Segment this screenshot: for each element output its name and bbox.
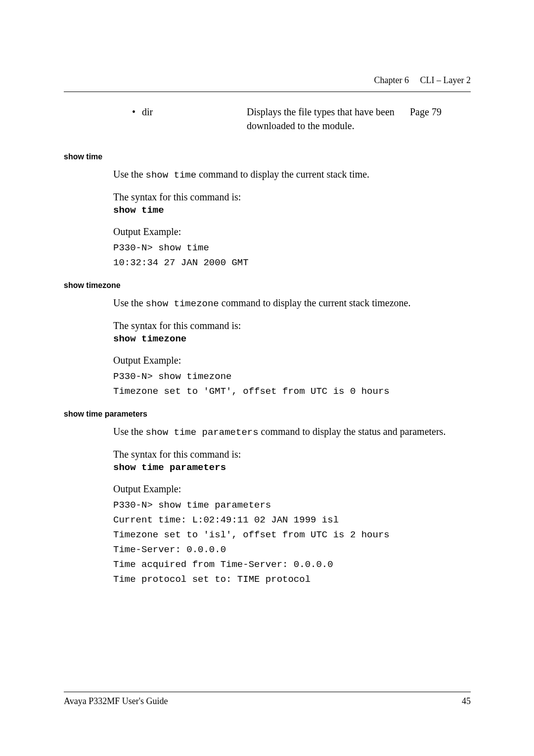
intro-text-post: command to display the status and parame… — [259, 426, 446, 437]
syntax-command: show timezone — [113, 333, 471, 344]
chapter-label: Chapter 6 — [374, 75, 409, 85]
intro-text: Use the — [113, 169, 146, 180]
header-rule — [64, 92, 471, 92]
output-block: P330-N> show time 10:32:34 27 JAN 2000 G… — [113, 240, 471, 270]
output-label: Output Example: — [113, 482, 471, 496]
syntax-command: show time — [113, 205, 471, 216]
syntax-label: The syntax for this command is: — [113, 190, 471, 204]
syntax-command: show time parameters — [113, 462, 471, 473]
output-block: P330-N> show time parameters Current tim… — [113, 498, 471, 587]
syntax-label: The syntax for this command is: — [113, 319, 471, 332]
page-number: 45 — [462, 696, 471, 707]
bullet-command-label: dir — [142, 105, 247, 133]
body: • dir Displays the file types that have … — [64, 105, 471, 596]
intro-text: Use the — [113, 297, 146, 308]
intro-text-post: command to display the current stack tim… — [219, 297, 411, 308]
intro-cmd: show timezone — [146, 298, 219, 309]
running-header: Chapter 6 CLI – Layer 2 — [374, 75, 471, 86]
intro-text: Use the — [113, 426, 146, 437]
section-heading-show-time-parameters: show time parameters — [64, 410, 471, 419]
bullet-description: Displays the file types that have been d… — [247, 105, 410, 133]
intro-show-time-parameters: Use the show time parameters command to … — [113, 425, 471, 439]
bullet-row: • dir Displays the file types that have … — [132, 105, 471, 133]
chapter-title: CLI – Layer 2 — [420, 75, 471, 85]
output-block: P330-N> show timezone Timezone set to 'G… — [113, 369, 471, 399]
intro-cmd: show time parameters — [146, 427, 259, 438]
syntax-label: The syntax for this command is: — [113, 447, 471, 461]
output-label: Output Example: — [113, 225, 471, 238]
intro-show-timezone: Use the show timezone command to display… — [113, 296, 471, 311]
intro-show-time: Use the show time command to display the… — [113, 167, 471, 182]
intro-cmd: show time — [146, 170, 197, 181]
section-heading-show-timezone: show timezone — [64, 281, 471, 290]
bullet-mark: • — [132, 105, 142, 133]
intro-text-post: command to display the current stack tim… — [196, 169, 369, 180]
output-label: Output Example: — [113, 353, 471, 367]
footer-rule — [64, 692, 471, 692]
bullet-pageref: Page 79 — [410, 105, 469, 133]
footer-left: Avaya P332MF User's Guide — [64, 696, 168, 707]
page: Chapter 6 CLI – Layer 2 • dir Displays t… — [0, 0, 534, 756]
section-heading-show-time: show time — [64, 152, 471, 161]
